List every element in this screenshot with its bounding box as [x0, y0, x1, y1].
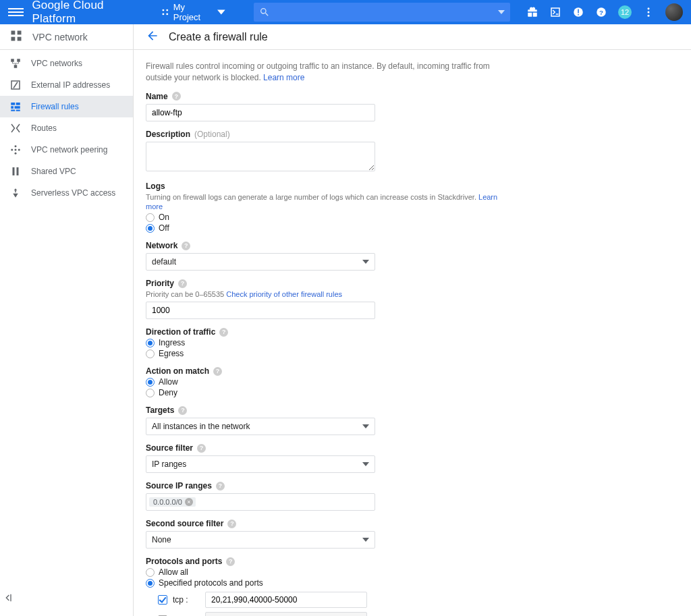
source-ip-input[interactable]: 0.0.0.0/0 ×	[146, 493, 375, 511]
specified-radio[interactable]	[146, 579, 155, 588]
caret-down-icon	[217, 8, 225, 16]
priority-input[interactable]	[146, 302, 375, 319]
action-allow-option[interactable]: Allow	[146, 377, 513, 387]
nav-vpc-peering[interactable]: VPC network peering	[0, 139, 133, 161]
gcp-logo-text: Google Cloud Platform	[32, 0, 148, 26]
more-vert-icon[interactable]	[642, 6, 655, 18]
source-ip-label: Source IP ranges	[146, 481, 212, 491]
logs-help: Turning on firewall logs can generate a …	[146, 192, 513, 212]
help-icon[interactable]: ?	[182, 242, 190, 250]
user-avatar[interactable]	[665, 3, 683, 21]
learn-more-link[interactable]: Learn more	[263, 73, 304, 82]
svg-point-0	[163, 9, 165, 11]
search-input-container[interactable]	[254, 3, 510, 22]
targets-value: All instances in the network	[152, 422, 250, 431]
source-filter-value: IP ranges	[152, 459, 186, 469]
priority-check-link[interactable]: Check priority of other firewall rules	[226, 290, 342, 298]
allow-radio[interactable]	[146, 378, 155, 387]
arrow-back-icon	[146, 29, 159, 43]
help-icon[interactable]: ?	[226, 557, 235, 566]
network-select[interactable]: default	[146, 253, 375, 271]
firewall-icon	[9, 101, 22, 113]
chip-remove-icon[interactable]: ×	[185, 498, 193, 506]
svg-text:?: ?	[599, 9, 603, 16]
help-icon[interactable]: ?	[178, 406, 187, 415]
search-caret-icon[interactable]	[498, 9, 505, 16]
sidebar-collapse-toggle[interactable]	[0, 587, 133, 616]
tcp-checkbox[interactable]	[158, 595, 167, 605]
logs-off-radio[interactable]	[146, 224, 155, 233]
allow-all-radio[interactable]	[146, 568, 155, 577]
logs-on-option[interactable]: On	[146, 213, 513, 222]
nav-serverless-vpc[interactable]: Serverless VPC access	[0, 182, 133, 204]
svg-rect-23	[15, 106, 20, 109]
project-name: My Project	[173, 2, 214, 22]
svg-point-30	[15, 152, 17, 155]
help-icon[interactable]: ?	[197, 444, 206, 453]
search-icon	[259, 7, 270, 18]
nav-routes[interactable]: Routes	[0, 117, 133, 139]
help-icon[interactable]: ?	[216, 482, 225, 491]
help-icon[interactable]: ?	[227, 520, 236, 528]
nav-firewall-rules[interactable]: Firewall rules	[0, 96, 133, 117]
svg-rect-22	[11, 106, 13, 109]
serverless-icon	[9, 187, 22, 199]
nav-external-ip[interactable]: External IP addresses	[0, 74, 133, 96]
help-icon[interactable]: ?	[172, 92, 181, 101]
sidebar-nav: VPC networks External IP addresses Firew…	[0, 50, 133, 204]
targets-select[interactable]: All instances in the network	[146, 418, 375, 435]
protocols-specified-option[interactable]: Specified protocols and ports	[146, 578, 513, 588]
name-input[interactable]	[146, 104, 375, 121]
priority-label: Priority	[146, 279, 174, 288]
nav-label: Routes	[31, 123, 57, 133]
topology-icon	[9, 57, 22, 69]
protocols-allow-all-option[interactable]: Allow all	[146, 567, 513, 577]
protocols-label: Protocols and ports	[146, 557, 222, 566]
help-icon[interactable]: ?	[178, 279, 187, 288]
nav-shared-vpc[interactable]: Shared VPC	[0, 161, 133, 182]
svg-rect-5	[578, 9, 579, 13]
direction-label: Direction of traffic	[146, 327, 215, 337]
udp-ports-input[interactable]	[205, 612, 367, 616]
egress-radio[interactable]	[146, 349, 155, 358]
logs-on-radio[interactable]	[146, 213, 155, 222]
help-icon[interactable]: ?	[219, 328, 228, 337]
svg-point-26	[15, 149, 17, 151]
cloud-shell-icon[interactable]	[549, 6, 561, 18]
nav-label: VPC networks	[31, 59, 82, 68]
nav-label: Firewall rules	[31, 102, 79, 111]
svg-point-27	[11, 149, 13, 151]
back-button[interactable]	[146, 29, 159, 45]
project-selector[interactable]: My Project	[161, 2, 225, 22]
targets-label: Targets	[146, 405, 174, 415]
source-filter-select[interactable]: IP ranges	[146, 455, 375, 473]
gift-icon[interactable]	[526, 6, 538, 18]
nav-vpc-networks[interactable]: VPC networks	[0, 53, 133, 74]
description-input[interactable]	[146, 142, 375, 171]
udp-row: udp :	[158, 612, 513, 616]
page-header: Create a firewall rule	[134, 24, 691, 50]
search-input[interactable]	[275, 7, 493, 18]
hamburger-icon[interactable]	[8, 4, 24, 20]
tcp-ports-input[interactable]	[205, 592, 367, 608]
notifications-icon[interactable]	[572, 6, 584, 18]
vpc-product-icon	[9, 29, 23, 45]
ingress-radio[interactable]	[146, 339, 155, 347]
second-source-filter-select[interactable]: None	[146, 531, 375, 549]
action-label: Action on match	[146, 366, 209, 376]
ip-icon	[9, 79, 22, 91]
direction-egress-option[interactable]: Egress	[146, 349, 513, 358]
logs-off-option[interactable]: Off	[146, 223, 513, 233]
network-value: default	[152, 257, 176, 267]
sidebar-title: VPC network	[32, 32, 88, 43]
direction-ingress-option[interactable]: Ingress	[146, 338, 513, 347]
help-icon[interactable]: ?	[595, 6, 607, 18]
updates-badge[interactable]: 12	[618, 5, 632, 19]
help-icon[interactable]: ?	[213, 367, 222, 376]
second-source-filter-value: None	[152, 535, 171, 544]
svg-point-2	[163, 13, 165, 15]
svg-point-9	[648, 7, 650, 9]
deny-radio[interactable]	[146, 389, 155, 397]
action-deny-option[interactable]: Deny	[146, 388, 513, 397]
svg-rect-16	[11, 59, 14, 62]
